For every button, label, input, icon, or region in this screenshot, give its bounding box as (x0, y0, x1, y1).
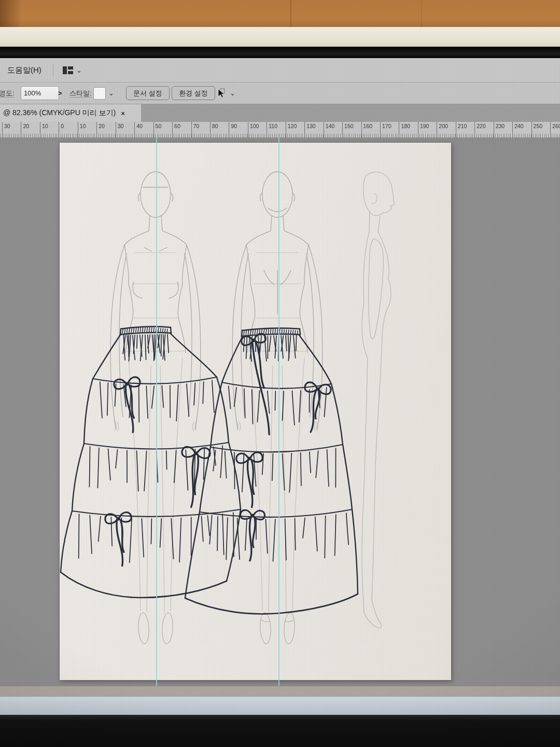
monitor-bezel-bottom: LG (0, 715, 560, 747)
workspace-switcher-icon[interactable] (63, 66, 73, 74)
ruler-tick: 140 (324, 122, 343, 137)
tab-bar: @ 82.36% (CMYK/GPU 미리 보기) × (0, 104, 560, 122)
ruler-tick: 170 (380, 122, 399, 137)
ruler-tick: 190 (418, 122, 437, 137)
ruler-tick: 30 (116, 122, 135, 137)
guide-line (156, 137, 157, 687)
menu-bar: 도움말(H) ⌄ (0, 58, 560, 82)
chevron-down-icon[interactable]: ⌄ (108, 89, 114, 97)
ruler-tick: 50 (153, 122, 173, 137)
ruler-tick: 90 (229, 122, 248, 137)
horizontal-ruler[interactable]: 3020100102030405060708090100110120130140… (0, 122, 560, 138)
ruler-tick: 60 (172, 122, 191, 137)
ruler-tick: 260 (550, 122, 560, 137)
ruler-tick: 70 (191, 122, 211, 137)
croquis-feet (137, 613, 173, 644)
wall-panel-seam (290, 0, 291, 27)
opacity-expand-button[interactable]: > (58, 89, 62, 97)
menu-help[interactable]: 도움말(H) (0, 65, 49, 75)
drawstring-bow (105, 512, 136, 568)
ruler-tick: 10 (40, 122, 59, 137)
document-tab-title: @ 82.36% (CMYK/GPU 미리 보기) (0, 108, 116, 118)
control-bar: 투명도: > 스타일: ⌄ 문서 설정 환경 설정 ⌄ (0, 82, 560, 104)
ruler-tick: 180 (399, 122, 418, 137)
monitor-bezel-top (0, 47, 560, 58)
fashion-flat-drawing (60, 143, 451, 680)
ruler-tick: 80 (210, 122, 229, 137)
wall-shadow (0, 0, 22, 27)
croquis-front (110, 172, 201, 644)
ruler-tick: 100 (248, 122, 267, 137)
wall-panel-seam (421, 0, 422, 27)
chevron-down-icon[interactable]: ⌄ (230, 89, 235, 97)
ruler-tick: 10 (78, 122, 97, 137)
ruler-tick: 230 (494, 122, 513, 137)
croquis-feet (259, 613, 295, 644)
preferences-button[interactable]: 환경 설정 (172, 86, 215, 100)
canvas-pasteboard[interactable] (0, 137, 560, 687)
ruler-tick: 130 (304, 122, 324, 137)
close-icon[interactable]: × (121, 109, 125, 117)
wall-ledge (0, 27, 560, 47)
illustrator-window: 도움말(H) ⌄ 투명도: > 스타일: ⌄ 문서 설정 환경 설정 ⌄ (0, 58, 560, 715)
chevron-down-icon[interactable]: ⌄ (76, 66, 82, 74)
ruler-tick: 120 (286, 122, 305, 137)
ruler-tick: 210 (456, 122, 475, 137)
ruler-tick: 20 (21, 122, 40, 137)
croquis-legs (250, 358, 304, 612)
ruler-tick: 250 (531, 122, 551, 137)
mouse-cursor-icon (218, 88, 225, 98)
ruler-tick: 150 (342, 122, 361, 137)
ruler-tick: 220 (474, 122, 494, 137)
croquis-side (362, 172, 395, 628)
ruler-tick: 200 (437, 122, 456, 137)
ruler-tick: 240 (512, 122, 531, 137)
ruler-tick: 30 (2, 122, 21, 137)
document-setup-button[interactable]: 문서 설정 (126, 86, 170, 100)
croquis-legs (129, 358, 183, 612)
menu-separator (53, 64, 53, 76)
wall (0, 0, 560, 27)
artboard[interactable] (60, 143, 451, 680)
photo-of-monitor: 도움말(H) ⌄ 투명도: > 스타일: ⌄ 문서 설정 환경 설정 ⌄ (0, 0, 560, 747)
ruler-tick: 20 (96, 122, 116, 137)
style-swatch[interactable] (93, 87, 106, 100)
style-label[interactable]: 스타일: (69, 89, 92, 98)
ruler-tick: 110 (267, 122, 286, 137)
ruler-tick: 160 (361, 122, 381, 137)
document-tab[interactable]: @ 82.36% (CMYK/GPU 미리 보기) × (0, 104, 141, 122)
guide-line (278, 137, 279, 687)
opacity-label[interactable]: 투명도: (0, 89, 15, 98)
scrollbar-strip[interactable] (0, 686, 560, 697)
bottom-light-strip (0, 696, 560, 715)
opacity-input[interactable] (21, 86, 59, 100)
ruler-tick: 0 (59, 122, 78, 137)
drawstring-bow (236, 452, 266, 508)
ruler-tick: 40 (134, 122, 153, 137)
